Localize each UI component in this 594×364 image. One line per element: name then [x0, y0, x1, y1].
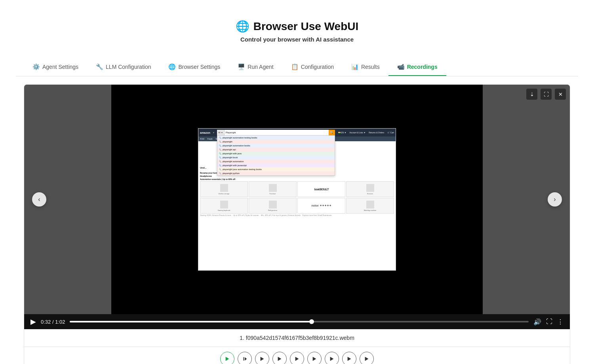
tab-agent-settings[interactable]: ⚙️ Agent Settings [24, 59, 87, 76]
recording-buttons [24, 347, 570, 364]
run-agent-icon: 🖥️ [238, 63, 245, 70]
globe-icon: 🌐 [236, 20, 249, 33]
video-controls-bar: ▶ 0:32 / 1:02 🔊 ⛶ ⋮ [24, 314, 570, 329]
video-progress-bar[interactable] [70, 321, 529, 322]
recording-button-2[interactable] [238, 352, 252, 364]
recording-button-9[interactable] [360, 352, 374, 364]
recording-button-3[interactable] [255, 352, 269, 364]
recording-button-4[interactable] [272, 352, 287, 364]
video-prev-button[interactable]: ‹ [32, 192, 46, 207]
tab-configuration[interactable]: 📋 Configuration [282, 59, 343, 76]
download-button[interactable]: ⇣ [526, 89, 537, 100]
expand-button[interactable]: ⛶ [541, 89, 552, 100]
tab-run-agent[interactable]: 🖥️ Run Agent [229, 59, 282, 76]
recording-button-8[interactable] [342, 352, 356, 364]
agent-settings-icon: ⚙️ [32, 63, 40, 70]
recording-button-1[interactable] [220, 352, 234, 364]
llm-config-icon: 🔧 [96, 63, 103, 70]
recordings-icon: 📹 [397, 63, 405, 70]
svg-marker-0 [226, 357, 229, 361]
nav-tabs: ⚙️ Agent Settings 🔧 LLM Configuration 🌐 … [16, 59, 578, 76]
video-next-button[interactable]: › [548, 192, 562, 207]
svg-marker-9 [365, 357, 369, 361]
video-progress-fill [70, 321, 312, 322]
video-time: 0:32 / 1:02 [41, 319, 65, 325]
svg-marker-4 [278, 357, 282, 361]
fullscreen-button[interactable]: ⛶ [546, 318, 552, 325]
browser-settings-icon: 🌐 [168, 63, 176, 70]
svg-marker-6 [313, 357, 316, 361]
volume-button[interactable]: 🔊 [533, 318, 541, 326]
recording-filename: 1. f090a542d1574f6167f5b3ef8b91921c.webm [30, 335, 564, 341]
recording-info: 1. f090a542d1574f6167f5b3ef8b91921c.webm [24, 329, 570, 347]
main-content: ‹ amazon ▼ All ▼ Playwright 🔍 [16, 76, 578, 364]
video-progress-thumb [309, 319, 314, 324]
video-screenshot: amazon ▼ All ▼ Playwright 🔍 🔍 playwright… [198, 128, 396, 271]
tab-browser-settings[interactable]: 🌐 Browser Settings [160, 59, 229, 76]
svg-marker-3 [261, 357, 264, 361]
recording-button-7[interactable] [325, 352, 339, 364]
tab-llm-configuration[interactable]: 🔧 LLM Configuration [87, 59, 160, 76]
video-area: ‹ amazon ▼ All ▼ Playwright 🔍 [24, 85, 570, 314]
close-button[interactable]: ✕ [555, 89, 566, 100]
video-container: ‹ amazon ▼ All ▼ Playwright 🔍 [24, 84, 570, 364]
video-corner-controls: ⇣ ⛶ ✕ [526, 89, 566, 100]
recording-button-5[interactable] [290, 352, 304, 364]
recording-button-6[interactable] [307, 352, 322, 364]
svg-marker-5 [295, 357, 299, 361]
svg-marker-7 [330, 357, 334, 361]
svg-marker-2 [245, 357, 247, 361]
results-icon: 📊 [351, 63, 359, 70]
tab-recordings[interactable]: 📹 Recordings [388, 59, 446, 76]
app-subtitle: Control your browser with AI assistance [16, 36, 578, 43]
app-title: 🌐 Browser Use WebUI [16, 20, 578, 33]
app-header: 🌐 Browser Use WebUI Control your browser… [16, 12, 578, 47]
svg-marker-8 [348, 357, 351, 361]
play-pause-button[interactable]: ▶ [30, 317, 36, 326]
more-options-button[interactable]: ⋮ [557, 318, 564, 326]
configuration-icon: 📋 [291, 63, 299, 70]
tab-results[interactable]: 📊 Results [343, 59, 388, 76]
